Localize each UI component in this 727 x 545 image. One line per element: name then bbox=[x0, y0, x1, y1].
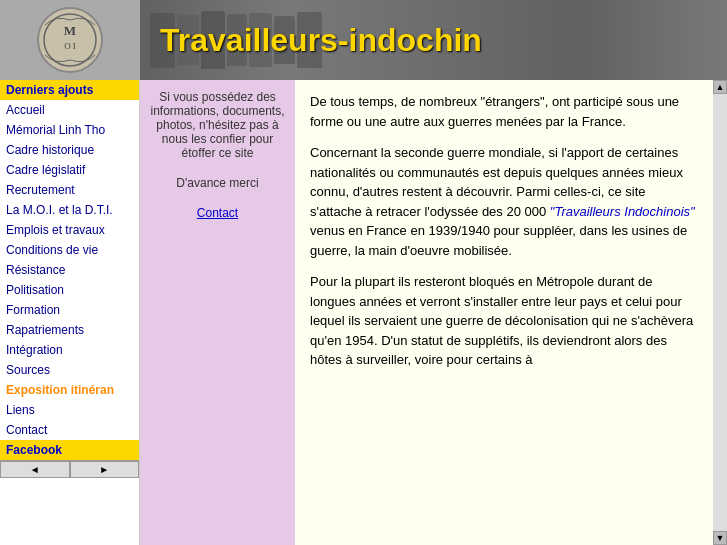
sidebar-item-emplois[interactable]: Emplois et travaux bbox=[0, 220, 139, 240]
svg-text:O  I: O I bbox=[64, 41, 76, 51]
sidebar-item-memorial[interactable]: Mémorial Linh Tho bbox=[0, 120, 139, 140]
header-banner: Travailleurs-indochin bbox=[140, 0, 727, 80]
main-content: Derniers ajoutsAccueilMémorial Linh ThoC… bbox=[0, 80, 727, 545]
sidebar-item-politisation[interactable]: Politisation bbox=[0, 280, 139, 300]
contact-link[interactable]: Contact bbox=[197, 206, 238, 220]
sidebar-item-accueil[interactable]: Accueil bbox=[0, 100, 139, 120]
sidebar-item-integration[interactable]: Intégration bbox=[0, 340, 139, 360]
sidebar-item-conditions[interactable]: Conditions de vie bbox=[0, 240, 139, 260]
sidebar-item-cadre-historique[interactable]: Cadre historique bbox=[0, 140, 139, 160]
middle-panel: Si vous possédez des informations, docum… bbox=[140, 80, 295, 545]
middle-footer: D'avance merci bbox=[148, 176, 287, 190]
moi-logo-icon: M O I bbox=[25, 5, 115, 75]
sidebar-item-rapatriements[interactable]: Rapatriements bbox=[0, 320, 139, 340]
sidebar: Derniers ajoutsAccueilMémorial Linh ThoC… bbox=[0, 80, 140, 545]
sidebar-item-cadre-legislatif[interactable]: Cadre législatif bbox=[0, 160, 139, 180]
right-scrollbar[interactable]: ▲ ▼ bbox=[713, 80, 727, 545]
content-paragraph-0: De tous temps, de nombreux "étrangers", … bbox=[310, 92, 698, 131]
svg-text:M: M bbox=[64, 23, 76, 38]
scroll-right-button[interactable]: ► bbox=[70, 461, 140, 478]
middle-text: Si vous possédez des informations, docum… bbox=[148, 90, 287, 160]
sidebar-item-derniers-ajouts[interactable]: Derniers ajouts bbox=[0, 80, 139, 100]
content-panel: De tous temps, de nombreux "étrangers", … bbox=[295, 80, 713, 545]
sidebar-item-moi-dti[interactable]: La M.O.I. et la D.T.I. bbox=[0, 200, 139, 220]
sidebar-item-contact[interactable]: Contact bbox=[0, 420, 139, 440]
sidebar-item-facebook[interactable]: Facebook bbox=[0, 440, 139, 460]
sidebar-item-formation[interactable]: Formation bbox=[0, 300, 139, 320]
sidebar-item-sources[interactable]: Sources bbox=[0, 360, 139, 380]
sidebar-item-liens[interactable]: Liens bbox=[0, 400, 139, 420]
svg-point-0 bbox=[38, 8, 102, 72]
sidebar-item-resistance[interactable]: Résistance bbox=[0, 260, 139, 280]
header-title: Travailleurs-indochin bbox=[140, 22, 482, 59]
header-logo: M O I bbox=[0, 0, 140, 80]
scroll-down-button[interactable]: ▼ bbox=[713, 531, 727, 545]
content-paragraphs: De tous temps, de nombreux "étrangers", … bbox=[310, 92, 698, 370]
sidebar-item-exposition[interactable]: Exposition itinéran bbox=[0, 380, 139, 400]
header: M O I Travailleurs-indochin bbox=[0, 0, 727, 80]
sidebar-scroll-controls: ◄ ► bbox=[0, 460, 139, 478]
content-paragraph-1: Concernant la seconde guerre mondiale, s… bbox=[310, 143, 698, 260]
sidebar-nav: Derniers ajoutsAccueilMémorial Linh ThoC… bbox=[0, 80, 139, 460]
scroll-left-button[interactable]: ◄ bbox=[0, 461, 70, 478]
scroll-up-button[interactable]: ▲ bbox=[713, 80, 727, 94]
content-paragraph-2: Pour la plupart ils resteront bloqués en… bbox=[310, 272, 698, 370]
sidebar-item-recrutement[interactable]: Recrutement bbox=[0, 180, 139, 200]
scrollbar-track bbox=[713, 94, 727, 531]
